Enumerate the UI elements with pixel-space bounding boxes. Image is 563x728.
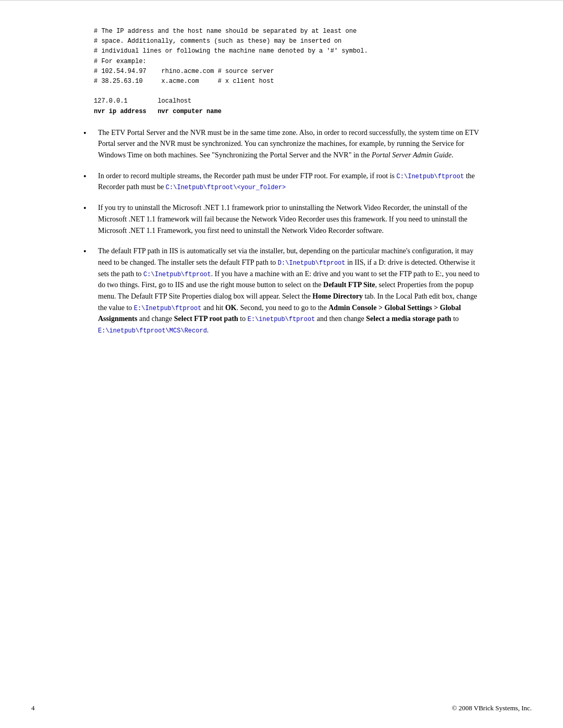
page-container: # The IP address and the host name shoul… (0, 0, 563, 728)
bold-ok: OK (225, 304, 237, 312)
list-item: • In order to record multiple streams, t… (83, 170, 480, 193)
code-line-7: 127.0.0.1 localhost (94, 96, 480, 106)
list-item: • The default FTP path in IIS is automat… (83, 245, 480, 336)
code-line-3: # individual lines or following the mach… (94, 46, 480, 56)
list-item: • The ETV Portal Server and the NVR must… (83, 127, 480, 161)
code-d-ftproot: D:\Inetpub\ftproot (278, 260, 346, 267)
bullet-dot-2: • (83, 170, 94, 183)
code-line-1: # The IP address and the host name shoul… (94, 27, 480, 36)
code-ftproot-2: C:\Inetpub\ftproot\<your_folder> (166, 184, 286, 191)
copyright: © 2008 VBrick Systems, Inc. (452, 704, 532, 712)
bullet-list: • The ETV Portal Server and the NVR must… (83, 127, 480, 336)
top-border (0, 0, 563, 1)
bullet-text-2: In order to record multiple streams, the… (98, 170, 480, 193)
bullet-dot-4: • (83, 245, 94, 258)
code-ftproot-1: C:\Inetpub\ftproot (397, 173, 464, 180)
bold-select-media: Select a media storage path (366, 315, 451, 323)
code-line-8: nvr ip address nvr computer name (94, 107, 480, 117)
bullet-text-3: If you try to uninstall the Microsoft .N… (98, 202, 480, 236)
page-number: 4 (31, 704, 35, 712)
bold-default-ftp: Default FTP Site (323, 281, 375, 289)
italic-text-1: Portal Server Admin Guide (372, 151, 451, 159)
bullet-dot-3: • (83, 202, 94, 215)
code-block: # The IP address and the host name shoul… (83, 27, 480, 117)
footer: 4 © 2008 VBrick Systems, Inc. (0, 704, 563, 712)
code-line-4: # For example: (94, 57, 480, 67)
code-line-blank (94, 87, 480, 96)
bold-select-ftp: Select FTP root path (174, 315, 238, 323)
code-line-6: # 38.25.63.10 x.acme.com # x client host (94, 77, 480, 87)
code-e-inetpub: E:\inetpub\ftproot (248, 316, 315, 323)
code-e-mcs: E:\inetpub\ftproot\MCS\Record (98, 327, 207, 335)
content-area: # The IP address and the host name shoul… (83, 16, 480, 336)
bullet-dot-1: • (83, 127, 94, 140)
bullet-text-1: The ETV Portal Server and the NVR must b… (98, 127, 480, 161)
code-line-5: # 102.54.94.97 rhino.acme.com # source s… (94, 67, 480, 77)
code-e-ftproot: E:\Inetpub\ftproot (134, 305, 202, 312)
bullet-text-4: The default FTP path in IIS is automatic… (98, 245, 480, 336)
code-c-ftproot: C:\Inetpub\ftproot (143, 271, 211, 278)
bold-home-dir: Home Directory (312, 292, 363, 300)
code-line-2: # space. Additionally, comments (such as… (94, 36, 480, 46)
list-item: • If you try to uninstall the Microsoft … (83, 202, 480, 236)
